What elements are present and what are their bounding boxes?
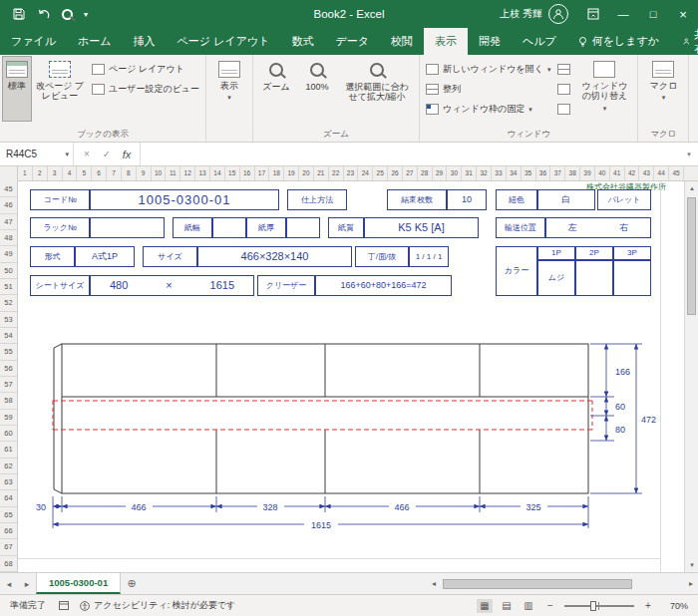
ribbon-tab[interactable]: 開発	[468, 28, 512, 55]
sheet-size-value-cell[interactable]: 480 × 1615	[90, 275, 254, 296]
row-header[interactable]: 60	[0, 426, 17, 442]
close-icon[interactable]: ×	[668, 0, 698, 28]
show-button[interactable]: 表示 ▾	[209, 57, 249, 121]
column-header[interactable]: 15	[225, 166, 240, 180]
creaser-value-cell[interactable]: 166+60+80+166=472	[315, 275, 452, 296]
ribbon-tab[interactable]: 表示	[424, 28, 468, 55]
column-header[interactable]: 11	[166, 166, 180, 180]
column-header[interactable]: 1	[18, 166, 33, 180]
share-button[interactable]: 共有	[669, 28, 698, 55]
select-all-corner[interactable]	[0, 166, 18, 181]
color-muji-cell[interactable]: ムジ	[537, 260, 575, 296]
size-value-cell[interactable]: 466×328×140	[197, 246, 352, 267]
column-header[interactable]: 20	[299, 166, 314, 180]
column-header[interactable]: 6	[92, 166, 107, 180]
row-header[interactable]: 47	[0, 214, 17, 230]
column-header[interactable]: 44	[654, 166, 669, 180]
normal-view-icon[interactable]: ▦	[477, 599, 493, 613]
bundle-value-cell[interactable]: 10	[447, 189, 487, 210]
column-header[interactable]: 31	[462, 166, 477, 180]
column-header[interactable]: 37	[550, 166, 565, 180]
column-header[interactable]: 5	[77, 166, 92, 180]
type-label-cell[interactable]: 形式	[30, 246, 75, 267]
ribbon-tab[interactable]: ページ レイアウト	[167, 28, 281, 55]
custom-views-button[interactable]: ユーザー設定のビュー	[89, 80, 202, 98]
scroll-left-icon[interactable]: ◂	[427, 579, 441, 588]
row-header[interactable]: 65	[0, 507, 17, 523]
color-label-cell[interactable]: カラー	[496, 246, 537, 296]
creaser-label-cell[interactable]: クリーザー	[257, 275, 315, 296]
arrange-all-button[interactable]: 整列	[423, 80, 553, 98]
ribbon-display-options-icon[interactable]	[578, 0, 608, 28]
column-header[interactable]: 12	[180, 166, 195, 180]
row-header[interactable]: 45	[0, 181, 17, 197]
vertical-scrollbar[interactable]: ▴ ▾	[684, 181, 698, 572]
code-label-cell[interactable]: コード№	[30, 189, 90, 210]
row-header[interactable]: 67	[0, 539, 17, 555]
paper-width-value-cell[interactable]	[212, 217, 246, 238]
macro-record-icon[interactable]	[56, 599, 72, 613]
color-blank2-cell[interactable]	[613, 260, 651, 296]
column-header[interactable]: 8	[122, 166, 137, 180]
zoom-percentage[interactable]: 70%	[662, 601, 688, 611]
paper-width-label-cell[interactable]: 紙幅	[173, 217, 212, 238]
save-icon[interactable]	[8, 3, 30, 25]
ribbon-tab[interactable]: 挿入	[123, 28, 167, 55]
horizontal-scroll-track[interactable]	[441, 578, 684, 590]
zoom-slider-thumb[interactable]	[590, 601, 596, 611]
sheet-nav-left-icon[interactable]: ◂	[0, 573, 18, 594]
new-window-button[interactable]: 新しいウィンドウを開く ▾	[423, 60, 553, 78]
type-value-cell[interactable]: A式1P	[75, 246, 135, 267]
paper-value-cell[interactable]: K5 K5 [A]	[364, 217, 479, 238]
page-layout-view-icon[interactable]: ▤	[499, 599, 515, 613]
column-header[interactable]: 25	[373, 166, 388, 180]
pallet-label-cell[interactable]: パレット	[597, 189, 651, 210]
row-header[interactable]: 55	[0, 344, 17, 360]
ribbon-tab[interactable]: ファイル	[0, 28, 67, 55]
unhide-window-button[interactable]	[554, 100, 573, 118]
transport-value-cell[interactable]: 左 右	[545, 217, 651, 238]
chevron-down-icon[interactable]: ▾	[65, 151, 69, 157]
paper-thick-value-cell[interactable]	[286, 217, 320, 238]
sheet-tab-active[interactable]: 1005-0300-01	[36, 573, 121, 594]
horizontal-scroll-thumb[interactable]	[443, 579, 632, 589]
row-header[interactable]: 58	[0, 393, 17, 409]
transport-label-cell[interactable]: 輸送位置	[496, 217, 545, 238]
column-header[interactable]: 3	[48, 166, 63, 180]
row-header[interactable]: 66	[0, 523, 17, 539]
column-header[interactable]: 43	[639, 166, 654, 180]
scroll-right-icon[interactable]: ▸	[684, 579, 698, 588]
column-header[interactable]: 33	[492, 166, 507, 180]
row-header[interactable]: 61	[0, 442, 17, 458]
page-break-preview-button[interactable]: 改ページ プレビュー	[32, 57, 88, 121]
column-header[interactable]: 35	[522, 166, 536, 180]
column-header[interactable]: 45	[669, 166, 684, 180]
row-header[interactable]: 53	[0, 312, 17, 328]
zoom-button[interactable]: ズーム	[256, 57, 296, 121]
code-value-cell[interactable]: 1005-0300-01	[90, 189, 279, 210]
bundle-label-cell[interactable]: 結束枚数	[387, 189, 447, 210]
row-header[interactable]: 49	[0, 246, 17, 262]
horizontal-scrollbar[interactable]: ◂ ▸	[427, 573, 698, 594]
switch-windows-button[interactable]: ウィンドウの切り替え ▾	[574, 57, 634, 121]
column-header[interactable]: 41	[610, 166, 625, 180]
column-header[interactable]: 16	[240, 166, 255, 180]
zoom-to-selection-button[interactable]: 選択範囲に合わせて拡大/縮小	[338, 57, 416, 121]
cancel-icon[interactable]: ×	[78, 149, 96, 159]
column-header[interactable]: 27	[403, 166, 418, 180]
color-blank1-cell[interactable]	[575, 260, 613, 296]
name-box[interactable]: R44C5 ▾	[0, 143, 74, 165]
sheet-size-label-cell[interactable]: シートサイズ	[30, 275, 90, 296]
row-header[interactable]: 62	[0, 459, 17, 474]
paper-label-cell[interactable]: 紙質	[328, 217, 364, 238]
column-header[interactable]: 32	[477, 166, 492, 180]
formula-input[interactable]	[141, 143, 680, 165]
qat-customize-icon[interactable]: ▾	[80, 3, 92, 25]
sheet-nav-right-icon[interactable]: ▸	[18, 573, 36, 594]
zoom-100-button[interactable]: 100%	[297, 57, 337, 121]
formula-bar-expand-icon[interactable]: ▾	[680, 143, 698, 165]
vertical-scroll-thumb[interactable]	[687, 197, 696, 315]
add-sheet-icon[interactable]: ⊕	[121, 573, 143, 594]
column-header[interactable]: 4	[63, 166, 78, 180]
color-col1-cell[interactable]: 1P	[537, 246, 575, 260]
